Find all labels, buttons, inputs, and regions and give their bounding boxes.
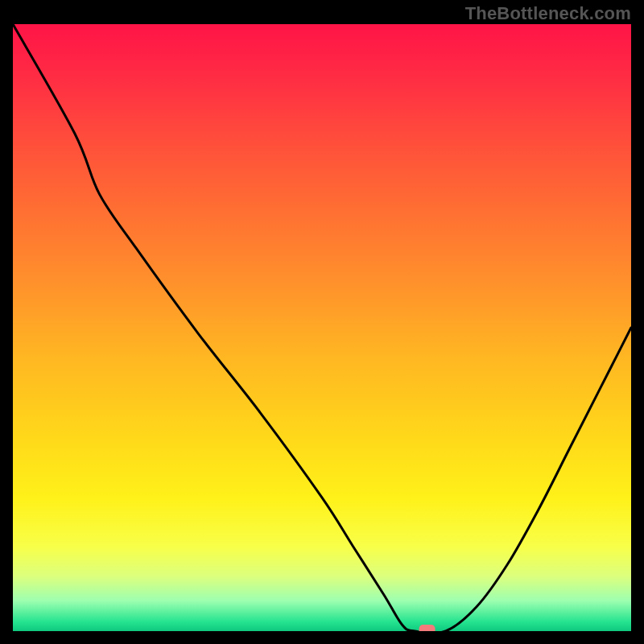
bottleneck-chart [13, 24, 631, 631]
chart-frame: TheBottleneck.com [0, 0, 644, 644]
optimal-marker [419, 625, 436, 631]
plot-area [13, 24, 631, 631]
gradient-background [13, 24, 631, 631]
watermark-label: TheBottleneck.com [465, 3, 631, 24]
